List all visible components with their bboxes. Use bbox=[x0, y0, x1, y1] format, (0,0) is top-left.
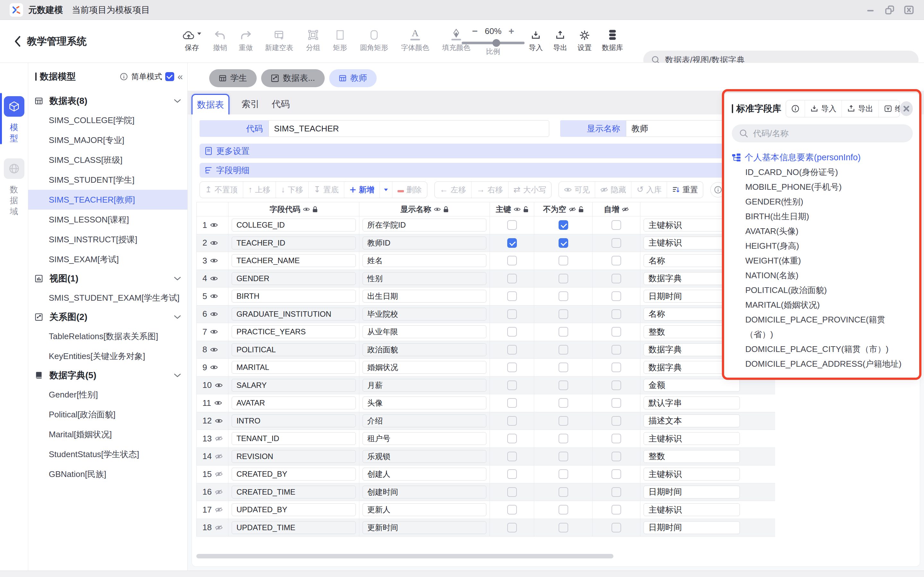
tree-item[interactable]: SIMS_COLLEGE[学院] bbox=[28, 110, 187, 130]
lock-icon[interactable] bbox=[312, 206, 318, 213]
code-input[interactable]: GENDER bbox=[232, 272, 356, 285]
auto-increment-checkbox[interactable] bbox=[612, 363, 621, 372]
field-toolbar-info-button[interactable] bbox=[710, 182, 726, 197]
new-empty-table-button[interactable]: 新建空表 bbox=[265, 27, 293, 53]
auto-increment-checkbox[interactable] bbox=[612, 274, 621, 284]
code-input[interactable]: TEACHER_ID bbox=[232, 237, 356, 250]
tree-item[interactable]: SIMS_CLASS[班级] bbox=[28, 150, 187, 170]
eye-icon[interactable] bbox=[210, 222, 218, 227]
standard-field-item[interactable]: DOMICILE_PLACE_CITY(籍贯（市）) bbox=[732, 342, 913, 356]
collapse-sidebar-icon[interactable]: « bbox=[178, 72, 183, 81]
export-button[interactable]: 导出 bbox=[553, 27, 567, 53]
standard-field-item[interactable]: ID_CARD_NO(身份证号) bbox=[732, 165, 913, 179]
panel-import-button[interactable]: 导入 bbox=[804, 100, 842, 117]
code-input[interactable]: INTRO bbox=[232, 414, 356, 427]
name-input[interactable]: 毕业院校 bbox=[363, 308, 487, 321]
code-input[interactable]: PRACTICE_YEARS bbox=[232, 326, 356, 338]
auto-increment-checkbox[interactable] bbox=[612, 505, 621, 514]
tree-item[interactable]: SMIS_STUDENT_EXAM[学生考试] bbox=[28, 288, 187, 308]
not-null-checkbox[interactable] bbox=[559, 327, 568, 337]
standard-field-item[interactable]: AVATAR(头像) bbox=[732, 224, 913, 239]
field-tool-置底[interactable]: ↧置底 bbox=[309, 182, 344, 198]
data-domain-value[interactable]: 默认字串 bbox=[644, 396, 740, 409]
auto-increment-checkbox[interactable] bbox=[612, 256, 621, 266]
not-null-checkbox[interactable] bbox=[559, 220, 568, 230]
detail-tab-索引[interactable]: 索引 bbox=[242, 94, 260, 114]
name-input[interactable]: 乐观锁 bbox=[363, 450, 487, 463]
field-tool-可见[interactable]: 可见 bbox=[559, 182, 595, 198]
auto-increment-checkbox[interactable] bbox=[612, 487, 621, 497]
field-tool-caret[interactable] bbox=[380, 182, 392, 198]
chevron-down-icon[interactable] bbox=[174, 277, 181, 280]
auto-increment-checkbox[interactable] bbox=[612, 523, 621, 532]
eye-off-icon[interactable] bbox=[569, 207, 576, 211]
eye-icon[interactable] bbox=[210, 240, 218, 245]
name-input[interactable]: 政治面貌 bbox=[363, 343, 487, 356]
settings-button[interactable]: 设置 bbox=[577, 27, 591, 53]
font-color-button[interactable]: A 字体颜色 bbox=[401, 27, 429, 53]
name-input[interactable]: 月薪 bbox=[363, 379, 487, 392]
not-null-checkbox[interactable] bbox=[559, 523, 568, 532]
undo-button[interactable]: 撤销 bbox=[213, 27, 227, 53]
code-input[interactable]: AVATAR bbox=[232, 396, 356, 409]
standard-field-item[interactable]: NATION(名族) bbox=[732, 268, 913, 283]
detail-tab-代码[interactable]: 代码 bbox=[272, 94, 290, 114]
code-input[interactable]: COLLEGE_ID bbox=[232, 219, 356, 231]
standard-field-item[interactable]: POLITICAL(政治面貌) bbox=[732, 283, 913, 298]
name-input[interactable]: 姓名 bbox=[363, 254, 487, 267]
tree-item[interactable]: Political[政治面貌] bbox=[28, 405, 187, 424]
code-input[interactable]: CREATED_BY bbox=[232, 468, 356, 480]
field-tool-不置顶[interactable]: ↥不置顶 bbox=[200, 182, 243, 198]
save-button[interactable]: 保存 bbox=[182, 27, 202, 53]
name-input[interactable]: 出生日期 bbox=[363, 290, 487, 303]
object-tab-数据表...[interactable]: 数据表... bbox=[261, 69, 325, 87]
code-field-input[interactable] bbox=[268, 120, 549, 137]
rect-tool-button[interactable]: 矩形 bbox=[333, 27, 347, 53]
standard-field-item[interactable]: HEIGHT(身高) bbox=[732, 239, 913, 253]
primary-key-checkbox[interactable] bbox=[507, 398, 517, 408]
primary-key-checkbox[interactable] bbox=[507, 487, 517, 497]
name-input[interactable]: 教师ID bbox=[363, 237, 487, 250]
primary-key-checkbox[interactable] bbox=[507, 309, 517, 319]
tree-item[interactable]: SIMS_INSTRUCT[授课] bbox=[28, 229, 187, 250]
code-input[interactable]: UPDATED_BY bbox=[232, 503, 356, 516]
database-button[interactable]: 数据库 bbox=[602, 27, 623, 53]
auto-increment-checkbox[interactable] bbox=[612, 345, 621, 355]
restore-icon[interactable] bbox=[884, 5, 895, 15]
tree-item[interactable]: SIMS_EXAM[考试] bbox=[28, 250, 187, 269]
field-group-item[interactable]: 个人基本信息要素(personInfo) bbox=[732, 150, 913, 165]
eye-icon[interactable] bbox=[434, 207, 441, 211]
eye-icon[interactable] bbox=[210, 311, 218, 317]
not-null-checkbox[interactable] bbox=[559, 487, 568, 497]
tree-item[interactable]: SIMS_LESSON[课程] bbox=[28, 210, 187, 229]
auto-increment-checkbox[interactable] bbox=[612, 309, 621, 319]
back-icon[interactable] bbox=[13, 35, 21, 47]
group-button[interactable]: 分组 bbox=[306, 27, 320, 53]
name-input[interactable]: 创建时间 bbox=[363, 486, 487, 498]
not-null-checkbox[interactable] bbox=[559, 380, 568, 390]
auto-increment-checkbox[interactable] bbox=[612, 452, 621, 461]
auto-increment-checkbox[interactable] bbox=[612, 327, 621, 337]
zoom-in-button[interactable]: + bbox=[509, 26, 514, 37]
not-null-checkbox[interactable] bbox=[559, 469, 568, 479]
save-caret-icon[interactable] bbox=[197, 32, 202, 35]
round-rect-tool-button[interactable]: 圆角矩形 bbox=[360, 27, 388, 53]
horizontal-scrollbar[interactable] bbox=[196, 554, 614, 558]
primary-key-checkbox[interactable] bbox=[507, 416, 517, 426]
primary-key-checkbox[interactable] bbox=[507, 434, 517, 443]
not-null-checkbox[interactable] bbox=[559, 238, 568, 248]
tree-section-3[interactable]: 数据字典(5) bbox=[28, 366, 187, 385]
eye-icon[interactable] bbox=[215, 418, 223, 424]
eye-icon[interactable] bbox=[514, 207, 521, 211]
primary-key-checkbox[interactable] bbox=[507, 256, 517, 266]
primary-key-checkbox[interactable] bbox=[507, 380, 517, 390]
data-domain-value[interactable]: 整数 bbox=[644, 450, 740, 463]
name-input[interactable]: 从业年限 bbox=[363, 326, 487, 338]
panel-search-input[interactable] bbox=[753, 129, 906, 139]
auto-increment-checkbox[interactable] bbox=[612, 238, 621, 248]
field-tool-隐藏[interactable]: 隐藏 bbox=[595, 182, 631, 198]
import-button[interactable]: 导入 bbox=[529, 27, 543, 53]
name-input[interactable]: 更新时间 bbox=[363, 521, 487, 534]
not-null-checkbox[interactable] bbox=[559, 274, 568, 284]
auto-increment-checkbox[interactable] bbox=[612, 398, 621, 408]
